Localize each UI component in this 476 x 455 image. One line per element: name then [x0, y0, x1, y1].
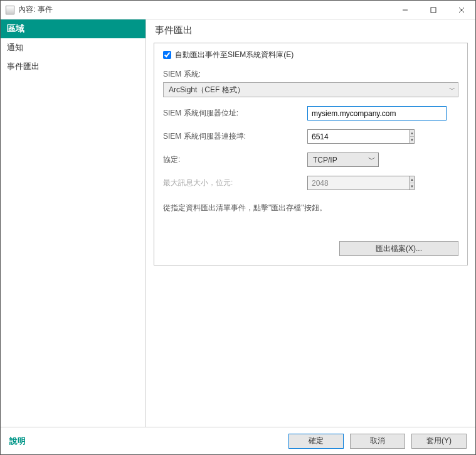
- titlebar: 內容: 事件: [1, 1, 475, 19]
- minimize-button[interactable]: [391, 1, 419, 19]
- server-port-spinner[interactable]: ▲ ▼: [307, 129, 379, 144]
- ok-button[interactable]: 確定: [288, 434, 344, 449]
- siem-system-select[interactable]: ArcSight（CEF 格式） ﹀: [163, 82, 458, 97]
- spin-down-icon[interactable]: ▼: [410, 137, 414, 143]
- server-address-label: SIEM 系統伺服器位址:: [163, 108, 307, 119]
- sidebar-header: 區域: [1, 19, 145, 38]
- app-icon: [6, 6, 14, 14]
- cancel-button[interactable]: 取消: [350, 434, 405, 449]
- spin-down-icon: ▼: [410, 183, 414, 190]
- spin-up-icon: ▲: [410, 176, 414, 183]
- server-port-label: SIEM 系統伺服器連接埠:: [163, 131, 307, 142]
- chevron-down-icon: ﹀: [449, 85, 455, 94]
- server-port-input[interactable]: [307, 129, 410, 144]
- maximize-button[interactable]: [419, 1, 447, 19]
- close-button[interactable]: [447, 1, 475, 19]
- protocol-value: TCP/IP: [313, 156, 337, 164]
- siem-system-value: ArcSight（CEF 格式）: [169, 85, 245, 95]
- page-title: 事件匯出: [154, 24, 468, 36]
- protocol-select[interactable]: TCP/IP ﹀: [307, 153, 379, 167]
- siem-system-label: SIEM 系統:: [163, 69, 458, 80]
- sidebar-item-event-export[interactable]: 事件匯出: [1, 57, 145, 76]
- max-message-size-label: 最大訊息大小，位元:: [163, 178, 307, 188]
- chevron-down-icon: ﹀: [368, 154, 376, 165]
- dialog-footer: 說明 確定 取消 套用(Y): [1, 427, 475, 454]
- spin-up-icon[interactable]: ▲: [410, 130, 414, 137]
- main-panel: 事件匯出 自動匯出事件至SIEM系統資料庫(E) SIEM 系統: ArcSig…: [146, 19, 475, 427]
- settings-window: 內容: 事件 區域 通知 事件匯出 事件匯出: [0, 0, 476, 455]
- max-message-size-input: [307, 176, 410, 190]
- sidebar-item-notifications[interactable]: 通知: [1, 38, 145, 57]
- server-address-input[interactable]: [307, 106, 447, 120]
- protocol-label: 協定:: [163, 154, 307, 165]
- auto-export-label: 自動匯出事件至SIEM系統資料庫(E): [175, 50, 294, 60]
- svg-rect-1: [431, 8, 436, 13]
- sidebar: 區域 通知 事件匯出: [1, 19, 146, 427]
- help-link[interactable]: 說明: [9, 436, 282, 447]
- auto-export-checkbox[interactable]: [163, 51, 171, 59]
- apply-button[interactable]: 套用(Y): [411, 434, 467, 449]
- settings-panel: 自動匯出事件至SIEM系統資料庫(E) SIEM 系統: ArcSight（CE…: [154, 43, 468, 265]
- export-instruction: 從指定資料匯出清單事件，點擊"匯出存檔"按鈕。: [163, 203, 458, 213]
- max-message-size-spinner: ▲ ▼: [307, 176, 379, 190]
- window-title: 內容: 事件: [18, 4, 391, 15]
- export-file-button[interactable]: 匯出檔案(X)...: [339, 241, 458, 256]
